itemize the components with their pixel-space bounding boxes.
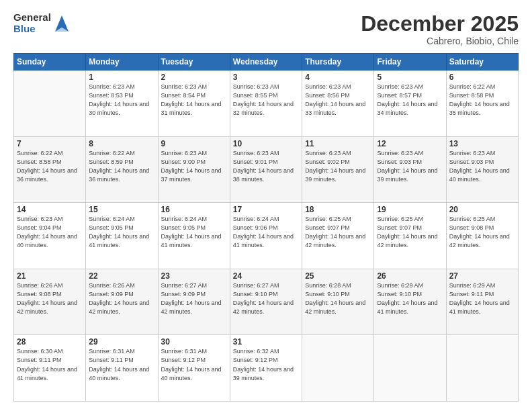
- logo-general: General: [13, 12, 51, 24]
- calendar-cell: [374, 335, 446, 402]
- col-friday: Friday: [374, 54, 446, 71]
- calendar-week-1: 7Sunrise: 6:22 AM Sunset: 8:58 PM Daylig…: [14, 136, 519, 203]
- day-info: Sunrise: 6:23 AM Sunset: 9:04 PM Dayligh…: [17, 215, 83, 250]
- calendar-cell: 6Sunrise: 6:22 AM Sunset: 8:58 PM Daylig…: [446, 71, 518, 137]
- day-info: Sunrise: 6:22 AM Sunset: 8:58 PM Dayligh…: [449, 83, 515, 118]
- calendar-header-row: Sunday Monday Tuesday Wednesday Thursday…: [14, 54, 519, 71]
- day-number: 20: [449, 205, 515, 214]
- calendar-cell: 10Sunrise: 6:23 AM Sunset: 9:01 PM Dayli…: [230, 136, 302, 203]
- day-number: 11: [305, 139, 371, 148]
- day-info: Sunrise: 6:25 AM Sunset: 9:08 PM Dayligh…: [449, 215, 515, 250]
- calendar-week-0: 1Sunrise: 6:23 AM Sunset: 8:53 PM Daylig…: [14, 71, 519, 137]
- calendar-cell: 15Sunrise: 6:24 AM Sunset: 9:05 PM Dayli…: [86, 203, 158, 269]
- day-number: 29: [89, 337, 154, 347]
- header: General Blue December 2025 Cabrero, Biob…: [13, 12, 519, 46]
- logo: General Blue: [13, 12, 71, 34]
- day-info: Sunrise: 6:22 AM Sunset: 8:58 PM Dayligh…: [17, 149, 83, 184]
- col-thursday: Thursday: [302, 54, 374, 71]
- calendar-cell: 25Sunrise: 6:28 AM Sunset: 9:10 PM Dayli…: [302, 269, 374, 335]
- day-info: Sunrise: 6:22 AM Sunset: 8:59 PM Dayligh…: [89, 149, 154, 184]
- calendar-title: December 2025: [361, 12, 519, 36]
- day-number: 2: [161, 73, 227, 82]
- day-number: 15: [89, 205, 154, 214]
- day-info: Sunrise: 6:25 AM Sunset: 9:07 PM Dayligh…: [305, 215, 371, 250]
- day-info: Sunrise: 6:23 AM Sunset: 8:53 PM Dayligh…: [89, 83, 154, 118]
- calendar-cell: 11Sunrise: 6:23 AM Sunset: 9:02 PM Dayli…: [302, 136, 374, 203]
- day-info: Sunrise: 6:27 AM Sunset: 9:10 PM Dayligh…: [233, 281, 299, 316]
- day-info: Sunrise: 6:23 AM Sunset: 9:02 PM Dayligh…: [305, 149, 371, 184]
- day-number: 5: [377, 73, 443, 82]
- calendar-cell: 24Sunrise: 6:27 AM Sunset: 9:10 PM Dayli…: [230, 269, 302, 335]
- calendar-cell: 22Sunrise: 6:26 AM Sunset: 9:09 PM Dayli…: [86, 269, 158, 335]
- day-number: 28: [17, 337, 83, 347]
- calendar-cell: 2Sunrise: 6:23 AM Sunset: 8:54 PM Daylig…: [158, 71, 230, 137]
- calendar-table: Sunday Monday Tuesday Wednesday Thursday…: [13, 53, 519, 402]
- calendar-cell: 23Sunrise: 6:27 AM Sunset: 9:09 PM Dayli…: [158, 269, 230, 335]
- day-number: 13: [449, 139, 515, 148]
- day-number: 9: [161, 139, 227, 148]
- calendar-cell: 27Sunrise: 6:29 AM Sunset: 9:11 PM Dayli…: [446, 269, 518, 335]
- calendar-cell: 7Sunrise: 6:22 AM Sunset: 8:58 PM Daylig…: [14, 136, 86, 203]
- day-number: 25: [305, 271, 371, 281]
- day-info: Sunrise: 6:23 AM Sunset: 9:01 PM Dayligh…: [233, 149, 299, 184]
- logo-text: General Blue: [13, 12, 51, 34]
- page: General Blue December 2025 Cabrero, Biob…: [0, 0, 532, 411]
- day-number: 21: [17, 271, 83, 281]
- calendar-cell: [302, 335, 374, 402]
- calendar-cell: 9Sunrise: 6:23 AM Sunset: 9:00 PM Daylig…: [158, 136, 230, 203]
- calendar-cell: 16Sunrise: 6:24 AM Sunset: 9:05 PM Dayli…: [158, 203, 230, 269]
- calendar-cell: 31Sunrise: 6:32 AM Sunset: 9:12 PM Dayli…: [230, 335, 302, 402]
- calendar-cell: 29Sunrise: 6:31 AM Sunset: 9:11 PM Dayli…: [86, 335, 158, 402]
- day-info: Sunrise: 6:23 AM Sunset: 8:57 PM Dayligh…: [377, 83, 443, 118]
- day-number: 23: [161, 271, 227, 281]
- day-info: Sunrise: 6:24 AM Sunset: 9:05 PM Dayligh…: [89, 215, 154, 250]
- day-info: Sunrise: 6:23 AM Sunset: 8:56 PM Dayligh…: [305, 83, 371, 118]
- calendar-week-2: 14Sunrise: 6:23 AM Sunset: 9:04 PM Dayli…: [14, 203, 519, 269]
- calendar-cell: 13Sunrise: 6:23 AM Sunset: 9:03 PM Dayli…: [446, 136, 518, 203]
- calendar-cell: 1Sunrise: 6:23 AM Sunset: 8:53 PM Daylig…: [86, 71, 158, 137]
- calendar-week-3: 21Sunrise: 6:26 AM Sunset: 9:08 PM Dayli…: [14, 269, 519, 335]
- calendar-cell: 21Sunrise: 6:26 AM Sunset: 9:08 PM Dayli…: [14, 269, 86, 335]
- calendar-cell: [446, 335, 518, 402]
- logo-blue: Blue: [13, 24, 51, 35]
- col-wednesday: Wednesday: [230, 54, 302, 71]
- day-info: Sunrise: 6:23 AM Sunset: 8:55 PM Dayligh…: [233, 83, 299, 118]
- day-number: 27: [449, 271, 515, 281]
- day-info: Sunrise: 6:23 AM Sunset: 9:03 PM Dayligh…: [377, 149, 443, 184]
- day-info: Sunrise: 6:23 AM Sunset: 9:00 PM Dayligh…: [161, 149, 227, 184]
- day-number: 16: [161, 205, 227, 214]
- day-info: Sunrise: 6:31 AM Sunset: 9:11 PM Dayligh…: [89, 347, 154, 382]
- day-number: 4: [305, 73, 371, 82]
- day-number: 30: [161, 337, 227, 347]
- day-number: 31: [233, 337, 299, 347]
- day-number: 19: [377, 205, 443, 214]
- day-number: 26: [377, 271, 443, 281]
- day-info: Sunrise: 6:23 AM Sunset: 8:54 PM Dayligh…: [161, 83, 227, 118]
- day-number: 18: [305, 205, 371, 214]
- col-monday: Monday: [86, 54, 158, 71]
- day-number: 22: [89, 271, 154, 281]
- logo-icon: [52, 13, 71, 34]
- day-info: Sunrise: 6:24 AM Sunset: 9:06 PM Dayligh…: [233, 215, 299, 250]
- day-info: Sunrise: 6:28 AM Sunset: 9:10 PM Dayligh…: [305, 281, 371, 316]
- calendar-cell: 3Sunrise: 6:23 AM Sunset: 8:55 PM Daylig…: [230, 71, 302, 137]
- col-sunday: Sunday: [14, 54, 86, 71]
- day-number: 1: [89, 73, 154, 82]
- calendar-cell: [14, 71, 86, 137]
- day-number: 7: [17, 139, 83, 148]
- calendar-cell: 5Sunrise: 6:23 AM Sunset: 8:57 PM Daylig…: [374, 71, 446, 137]
- calendar-cell: 20Sunrise: 6:25 AM Sunset: 9:08 PM Dayli…: [446, 203, 518, 269]
- calendar-subtitle: Cabrero, Biobio, Chile: [361, 36, 519, 46]
- day-number: 12: [377, 139, 443, 148]
- col-tuesday: Tuesday: [158, 54, 230, 71]
- col-saturday: Saturday: [446, 54, 518, 71]
- calendar-cell: 12Sunrise: 6:23 AM Sunset: 9:03 PM Dayli…: [374, 136, 446, 203]
- day-number: 6: [449, 73, 515, 82]
- calendar-cell: 8Sunrise: 6:22 AM Sunset: 8:59 PM Daylig…: [86, 136, 158, 203]
- calendar-cell: 28Sunrise: 6:30 AM Sunset: 9:11 PM Dayli…: [14, 335, 86, 402]
- calendar-cell: 17Sunrise: 6:24 AM Sunset: 9:06 PM Dayli…: [230, 203, 302, 269]
- day-info: Sunrise: 6:32 AM Sunset: 9:12 PM Dayligh…: [233, 347, 299, 382]
- day-info: Sunrise: 6:31 AM Sunset: 9:12 PM Dayligh…: [161, 347, 227, 382]
- day-info: Sunrise: 6:30 AM Sunset: 9:11 PM Dayligh…: [17, 347, 83, 382]
- day-info: Sunrise: 6:23 AM Sunset: 9:03 PM Dayligh…: [449, 149, 515, 184]
